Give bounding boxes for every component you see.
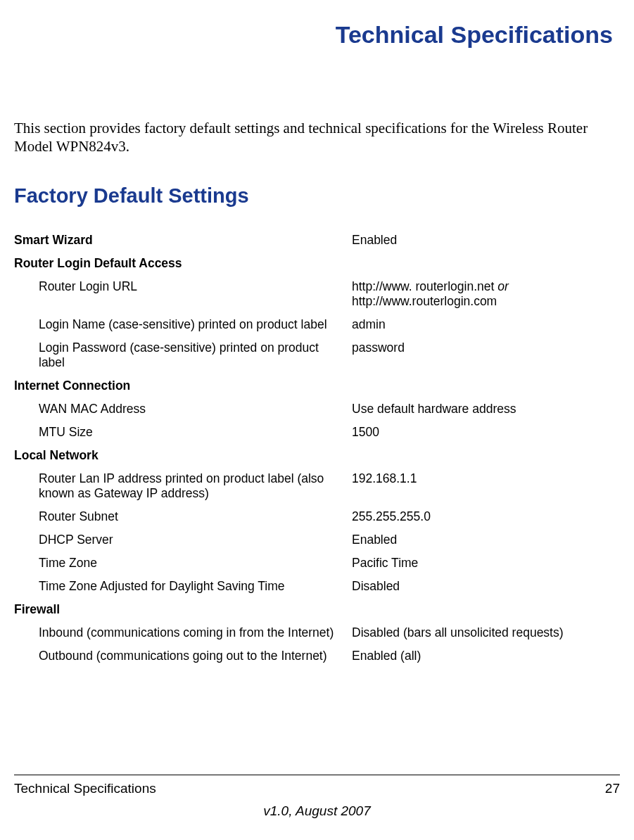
row-value: Enabled [352, 533, 620, 547]
row-value: admin [352, 317, 620, 332]
row-label: Local Network [14, 448, 352, 463]
row-value: 192.168.1.1 [352, 471, 620, 501]
row-label: Outbound (communications going out to th… [14, 649, 352, 663]
settings-table: Smart Wizard Enabled Router Login Defaul… [14, 229, 620, 668]
table-row: Router Subnet 255.255.255.0 [14, 505, 620, 528]
row-label: Internet Connection [14, 378, 352, 393]
table-row: Login Name (case-sensitive) printed on p… [14, 313, 620, 336]
row-label: Firewall [14, 602, 352, 617]
row-value [352, 448, 620, 463]
table-row: Internet Connection [14, 374, 620, 397]
row-value [352, 256, 620, 271]
intro-paragraph: This section provides factory default se… [14, 119, 620, 156]
row-label: Inbound (communications coming in from t… [14, 625, 352, 640]
row-label: Time Zone Adjusted for Daylight Saving T… [14, 579, 352, 594]
url-or: or [497, 279, 509, 293]
row-label: Router Login URL [14, 279, 352, 309]
footer-version: v1.0, August 2007 [14, 803, 620, 819]
row-label: Time Zone [14, 556, 352, 571]
row-value: password [352, 341, 620, 370]
row-value: Disabled [352, 579, 620, 594]
table-row: Smart Wizard Enabled [14, 229, 620, 252]
table-row: Inbound (communications coming in from t… [14, 621, 620, 644]
table-row: Router Login Default Access [14, 252, 620, 275]
row-label: DHCP Server [14, 533, 352, 547]
table-row: DHCP Server Enabled [14, 528, 620, 552]
row-value: http://www. routerlogin.net or http://ww… [352, 279, 620, 309]
url-line2: http://www.routerlogin.com [352, 294, 497, 308]
row-label: MTU Size [14, 425, 352, 440]
table-row: Router Login URL http://www. routerlogin… [14, 275, 620, 313]
table-row: Login Password (case-sensitive) printed … [14, 336, 620, 374]
row-label: Router Login Default Access [14, 256, 352, 271]
row-value: 1500 [352, 425, 620, 440]
row-value: Disabled (bars all unsolicited requests) [352, 625, 620, 640]
table-row: Time Zone Adjusted for Daylight Saving T… [14, 575, 620, 598]
table-row: Outbound (communications going out to th… [14, 644, 620, 668]
table-row: Local Network [14, 444, 620, 467]
row-label: Login Password (case-sensitive) printed … [14, 341, 352, 370]
row-value [352, 378, 620, 393]
table-row: Router Lan IP address printed on product… [14, 467, 620, 505]
row-value: Use default hardware address [352, 402, 620, 416]
row-label: Login Name (case-sensitive) printed on p… [14, 317, 352, 332]
footer-left: Technical Specifications [14, 781, 156, 796]
section-heading: Factory Default Settings [14, 184, 620, 208]
footer-divider [14, 775, 620, 775]
table-row: Firewall [14, 598, 620, 621]
row-label: WAN MAC Address [14, 402, 352, 416]
url-line1: http://www. routerlogin.net [352, 279, 497, 293]
row-value: Enabled (all) [352, 649, 620, 663]
row-label: Router Subnet [14, 509, 352, 524]
row-value: Enabled [352, 233, 620, 248]
table-row: Time Zone Pacific Time [14, 552, 620, 575]
row-label: Router Lan IP address printed on product… [14, 471, 352, 501]
row-label: Smart Wizard [14, 233, 352, 248]
row-value: Pacific Time [352, 556, 620, 571]
page-title: Technical Specifications [14, 21, 613, 49]
row-value: 255.255.255.0 [352, 509, 620, 524]
table-row: WAN MAC Address Use default hardware add… [14, 397, 620, 421]
footer-page-number: 27 [605, 781, 620, 796]
table-row: MTU Size 1500 [14, 421, 620, 444]
row-value [352, 602, 620, 617]
page-footer: Technical Specifications 27 v1.0, August… [14, 775, 620, 819]
